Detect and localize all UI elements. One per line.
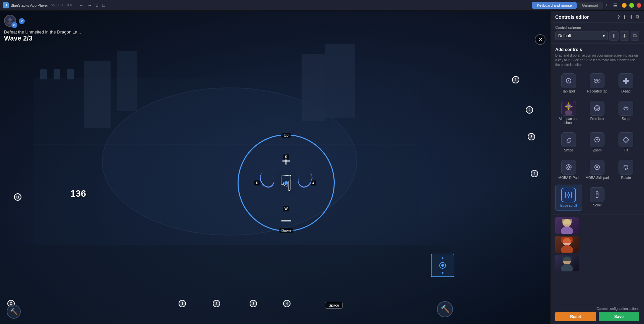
control-swipe[interactable]: Swipe xyxy=(555,130,582,155)
import-button[interactable]: ⬆ xyxy=(623,14,627,20)
control-moba-dpad[interactable]: MOBA D-Pad xyxy=(555,157,582,183)
nav-window[interactable]: □ xyxy=(101,2,107,8)
title-bar-left: B BlueStacks App Player v5.11.50.1001 ← … xyxy=(3,2,532,8)
hammer-button[interactable]: 🔨 xyxy=(437,301,453,317)
scheme-label: Control scheme xyxy=(555,25,639,29)
edge-scroll-label: Edge scroll xyxy=(560,204,577,208)
char-thumb-3[interactable] xyxy=(555,255,579,271)
export-button[interactable]: ⬇ xyxy=(629,14,633,20)
nav-forward[interactable]: → xyxy=(86,2,93,8)
control-zoom[interactable]: Zoom xyxy=(584,130,611,155)
svg-point-24 xyxy=(567,105,570,108)
key-g-badge: G xyxy=(11,22,17,28)
svg-rect-5 xyxy=(325,44,355,118)
add-controls-title: Add controls xyxy=(555,47,639,52)
script-icon xyxy=(619,101,633,116)
panel-header-icons[interactable]: ? ⬆ ⬇ ⧉ xyxy=(617,14,639,20)
control-tap-spot[interactable]: Tap spot xyxy=(555,71,582,96)
save-button[interactable]: Save xyxy=(599,312,640,321)
control-d-pad[interactable]: D-pad xyxy=(613,71,639,96)
scheme-value: Default xyxy=(558,34,571,38)
rotate-icon xyxy=(619,160,633,175)
scroll-icon xyxy=(590,187,604,202)
key-q-badge: Q xyxy=(14,193,21,201)
svg-point-14 xyxy=(568,80,569,81)
bottom-badge-4: 4 xyxy=(283,300,291,307)
control-tilt[interactable]: Tilt xyxy=(613,130,639,155)
tabs[interactable]: Keyboard and mouse Gamepad xyxy=(532,2,603,9)
bottom-badge-3: 3 xyxy=(250,300,257,307)
control-scroll[interactable]: Scroll xyxy=(584,185,611,211)
control-aim-pan-shoot[interactable]: Aim, pan and shoot xyxy=(555,98,582,128)
scheme-select[interactable]: Default ▾ xyxy=(555,31,608,40)
game-area[interactable]: G V Defeat the Unmelted in the Dragon La… xyxy=(0,11,550,324)
panel-header: Controls editor ? ⬆ ⬇ ⧉ xyxy=(551,11,644,23)
svg-point-16 xyxy=(595,80,596,81)
panel-scroll-area: Add controls Drag and drop an action on … xyxy=(551,44,644,304)
scheme-import-icon[interactable]: ⬆ xyxy=(609,31,619,41)
edge-arrow-down: ▼ xyxy=(441,270,445,275)
svg-rect-33 xyxy=(567,140,570,142)
svg-rect-59 xyxy=(561,237,573,243)
char-row-2[interactable] xyxy=(555,236,639,253)
tab-gamepad[interactable]: Gamepad xyxy=(577,2,603,9)
controls-panel: Controls editor ? ⬆ ⬇ ⧉ Control scheme D… xyxy=(550,11,644,324)
game-close-button[interactable]: ✕ xyxy=(535,34,545,45)
aim-pan-shoot-icon xyxy=(561,101,576,116)
bottom-icon-1[interactable]: 🔨 xyxy=(7,305,21,319)
nav-home[interactable]: ⌂ xyxy=(94,2,100,8)
help-icon[interactable]: ? xyxy=(603,2,609,9)
svg-point-61 xyxy=(561,264,573,271)
control-rotate[interactable]: Rotate xyxy=(613,157,639,183)
reset-button[interactable]: Reset xyxy=(555,312,596,321)
edge-scroll-selected[interactable]: ▲ ▼ xyxy=(431,254,454,277)
scheme-share-icon[interactable]: ⧉ xyxy=(631,31,639,41)
repeated-tap-icon xyxy=(590,73,604,88)
nav-buttons[interactable]: ← → ⌂ □ xyxy=(77,2,107,8)
svg-point-58 xyxy=(561,245,573,253)
tab-keyboard-mouse[interactable]: Keyboard and mouse xyxy=(532,2,577,9)
scroll-label: Scroll xyxy=(593,203,601,207)
char-thumb-2[interactable] xyxy=(555,236,579,253)
footer-buttons: Reset Save xyxy=(555,312,639,321)
nav-back[interactable]: ← xyxy=(77,2,85,8)
control-repeated-tap[interactable]: Repeated tap xyxy=(584,71,611,96)
help-button[interactable]: ? xyxy=(617,14,620,20)
char-thumb-1[interactable] xyxy=(555,217,579,234)
edge-center-dot xyxy=(441,264,444,267)
svg-point-47 xyxy=(568,194,570,196)
moba-skill-pad-icon xyxy=(590,160,604,175)
char-row-3[interactable] xyxy=(555,255,639,271)
close-button[interactable] xyxy=(637,3,641,8)
char-row-1[interactable] xyxy=(555,217,639,234)
bottom-badge-2: 2 xyxy=(213,300,220,307)
chevron-down-icon: ▾ xyxy=(603,34,605,38)
swipe-icon xyxy=(561,132,576,147)
joystick-dash xyxy=(281,220,291,221)
control-moba-skill-pad[interactable]: MOBA Skill pad xyxy=(584,157,611,183)
char-thumbnails xyxy=(551,214,644,304)
svg-point-23 xyxy=(565,110,572,115)
svg-point-55 xyxy=(561,226,573,234)
share-button[interactable]: ⧉ xyxy=(636,14,639,20)
moba-dpad-icon xyxy=(561,160,576,175)
badge-4: 4 xyxy=(531,170,538,177)
scheme-export-icon[interactable]: ⬇ xyxy=(620,31,629,41)
control-free-look[interactable]: Free look xyxy=(584,98,611,128)
minimize-button[interactable] xyxy=(622,3,627,8)
config-label: Current configuration actions xyxy=(555,307,639,311)
svg-point-31 xyxy=(597,108,598,109)
svg-marker-32 xyxy=(624,107,628,110)
d-pad-icon xyxy=(619,73,633,88)
bottom-badge-1: 1 xyxy=(179,300,186,307)
char-img-3 xyxy=(555,255,579,271)
menu-icon[interactable]: ☰ xyxy=(611,2,619,9)
add-controls-section: Add controls Drag and drop an action on … xyxy=(551,44,644,214)
svg-point-11 xyxy=(8,18,12,21)
edge-arrow-up: ▲ xyxy=(441,256,445,260)
control-edge-scroll[interactable]: Edge scroll xyxy=(555,185,582,211)
maximize-button[interactable] xyxy=(629,3,634,8)
space-key-badge: Space xyxy=(325,302,343,309)
player-avatar-row: G V xyxy=(4,15,81,27)
control-script[interactable]: Script xyxy=(613,98,639,128)
